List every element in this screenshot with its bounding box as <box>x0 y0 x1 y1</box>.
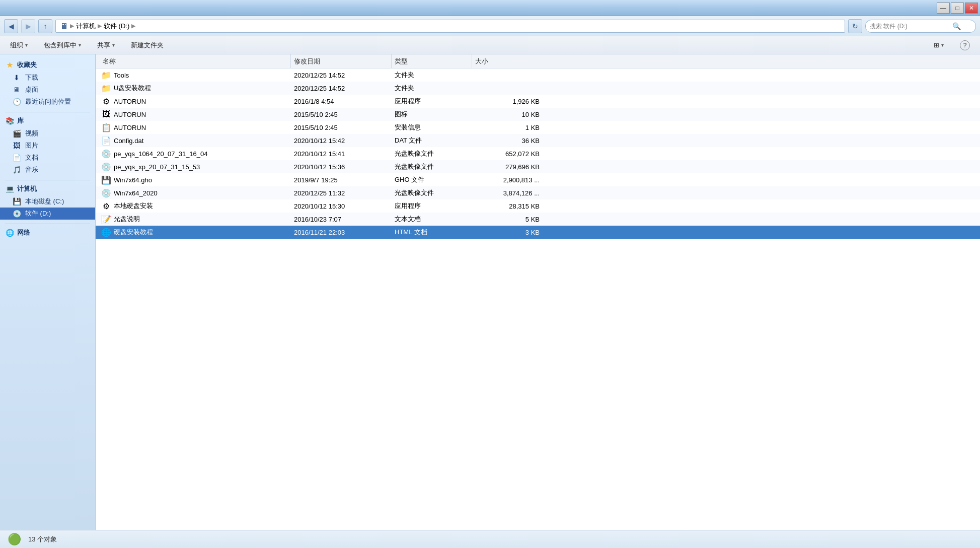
computer-label: 计算机 <box>17 184 37 193</box>
breadcrumb[interactable]: 🖥 ▶ 计算机 ▶ 软件 (D:) ▶ <box>55 20 845 33</box>
back-button[interactable]: ◀ <box>4 19 18 33</box>
file-size: 3,874,126 ... <box>472 189 543 197</box>
col-header-type[interactable]: 类型 <box>392 54 472 68</box>
file-type-icon: 🖼 <box>102 110 111 119</box>
minimize-button[interactable]: — <box>937 3 950 14</box>
file-date: 2016/11/21 22:03 <box>291 229 392 236</box>
col-header-name[interactable]: 名称 <box>100 54 291 68</box>
file-date: 2016/1/8 4:54 <box>291 98 392 105</box>
table-row[interactable]: 🌐 硬盘安装教程 2016/11/21 22:03 HTML 文档 3 KB <box>96 226 980 239</box>
main-container: ★ 收藏夹 ⬇ 下载 🖥 桌面 🕐 最近访问的位置 📚 库 <box>0 54 980 530</box>
sidebar: ★ 收藏夹 ⬇ 下载 🖥 桌面 🕐 最近访问的位置 📚 库 <box>0 54 96 530</box>
library-icon: 📚 <box>5 116 14 125</box>
sidebar-item-drive-c[interactable]: 💾 本地磁盘 (C:) <box>0 195 95 208</box>
sidebar-section-network: 🌐 网络 <box>0 226 95 239</box>
organize-button[interactable]: 组织 ▾ <box>6 39 32 52</box>
table-row[interactable]: 📋 AUTORUN 2015/5/10 2:45 安装信息 1 KB <box>96 121 980 134</box>
sidebar-section-library: 📚 库 🎬 视频 🖼 图片 📄 文档 🎵 音乐 <box>0 114 95 176</box>
col-header-size[interactable]: 大小 <box>472 54 543 68</box>
file-name-cell: 🌐 硬盘安装教程 <box>100 228 291 237</box>
file-type: 光盘映像文件 <box>392 188 472 197</box>
sidebar-item-music[interactable]: 🎵 音乐 <box>0 164 95 176</box>
sidebar-header-computer[interactable]: 💻 计算机 <box>0 182 95 195</box>
close-button[interactable]: ✕ <box>965 3 978 14</box>
drive-d-icon: 💿 <box>12 209 21 218</box>
file-type-icon: 📁 <box>102 71 111 80</box>
view-button[interactable]: ⊞ ▾ <box>930 39 948 51</box>
recent-label: 最近访问的位置 <box>25 97 71 106</box>
sidebar-divider-2 <box>5 180 90 180</box>
sidebar-item-download[interactable]: ⬇ 下载 <box>0 72 95 84</box>
sidebar-item-video[interactable]: 🎬 视频 <box>0 127 95 140</box>
table-row[interactable]: 📄 Config.dat 2020/10/12 15:42 DAT 文件 36 … <box>96 134 980 147</box>
file-type-icon: 💿 <box>102 162 111 171</box>
table-row[interactable]: 💿 pe_yqs_xp_20_07_31_15_53 2020/10/12 15… <box>96 160 980 173</box>
table-row[interactable]: 💿 Win7x64_2020 2020/12/25 11:32 光盘映像文件 3… <box>96 186 980 199</box>
sidebar-item-picture[interactable]: 🖼 图片 <box>0 140 95 152</box>
file-name-cell: 💿 Win7x64_2020 <box>100 188 291 197</box>
sidebar-header-favorites[interactable]: ★ 收藏夹 <box>0 58 95 72</box>
desktop-icon: 🖥 <box>12 85 21 94</box>
download-icon: ⬇ <box>12 73 21 82</box>
table-row[interactable]: 📝 光盘说明 2016/10/23 7:07 文本文档 5 KB <box>96 213 980 226</box>
table-row[interactable]: ⚙ AUTORUN 2016/1/8 4:54 应用程序 1,926 KB <box>96 95 980 108</box>
add-to-library-button[interactable]: 包含到库中 ▾ <box>40 39 85 52</box>
search-box[interactable]: 🔍 <box>865 20 976 33</box>
maximize-button[interactable]: □ <box>951 3 964 14</box>
sidebar-item-desktop[interactable]: 🖥 桌面 <box>0 84 95 96</box>
file-name: Win7x64.gho <box>114 176 152 184</box>
sidebar-item-recent[interactable]: 🕐 最近访问的位置 <box>0 96 95 108</box>
table-row[interactable]: 💾 Win7x64.gho 2019/9/7 19:25 GHO 文件 2,90… <box>96 173 980 186</box>
window-controls: — □ ✕ <box>937 3 978 14</box>
file-name-cell: ⚙ 本地硬盘安装 <box>100 201 291 211</box>
file-name: Tools <box>114 72 129 79</box>
new-folder-button[interactable]: 新建文件夹 <box>127 39 168 52</box>
refresh-button[interactable]: ↻ <box>848 19 862 33</box>
file-name: AUTORUN <box>114 124 146 131</box>
document-icon: 📄 <box>12 153 21 162</box>
share-dropdown-arrow: ▾ <box>112 42 115 48</box>
file-type: 文本文档 <box>392 215 472 224</box>
file-name: 硬盘安装教程 <box>114 228 153 237</box>
file-date: 2015/5/10 2:45 <box>291 111 392 118</box>
sidebar-header-network[interactable]: 🌐 网络 <box>0 226 95 239</box>
breadcrumb-drive[interactable]: 软件 (D:) <box>104 22 129 31</box>
file-type-icon: 💾 <box>102 175 111 184</box>
file-type: 光盘映像文件 <box>392 162 472 171</box>
breadcrumb-computer[interactable]: 计算机 <box>76 22 96 31</box>
table-row[interactable]: ⚙ 本地硬盘安装 2020/10/12 15:30 应用程序 28,315 KB <box>96 199 980 213</box>
computer-icon: 💻 <box>5 184 14 193</box>
forward-button[interactable]: ▶ <box>21 19 35 33</box>
sidebar-item-document[interactable]: 📄 文档 <box>0 152 95 164</box>
file-size: 652,072 KB <box>472 150 543 158</box>
share-button[interactable]: 共享 ▾ <box>93 39 119 52</box>
file-size: 5 KB <box>472 216 543 223</box>
table-row[interactable]: 📁 Tools 2020/12/25 14:52 文件夹 <box>96 68 980 82</box>
library-label: 库 <box>17 116 24 125</box>
table-row[interactable]: 🖼 AUTORUN 2015/5/10 2:45 图标 10 KB <box>96 108 980 121</box>
table-row[interactable]: 💿 pe_yqs_1064_20_07_31_16_04 2020/10/12 … <box>96 147 980 160</box>
search-input[interactable] <box>870 23 950 30</box>
table-row[interactable]: 📁 U盘安装教程 2020/12/25 14:52 文件夹 <box>96 82 980 95</box>
file-type: 图标 <box>392 110 472 119</box>
address-bar: ◀ ▶ ↑ 🖥 ▶ 计算机 ▶ 软件 (D:) ▶ ↻ 🔍 <box>0 16 980 36</box>
sidebar-divider-3 <box>5 224 90 224</box>
drive-c-label: 本地磁盘 (C:) <box>25 197 64 206</box>
file-size: 36 KB <box>472 137 543 145</box>
file-date: 2020/10/12 15:42 <box>291 137 392 145</box>
file-type-icon: 📝 <box>102 215 111 224</box>
drive-d-label: 软件 (D:) <box>25 209 51 218</box>
file-date: 2020/12/25 14:52 <box>291 85 392 92</box>
music-label: 音乐 <box>25 165 38 174</box>
sidebar-item-drive-d[interactable]: 💿 软件 (D:) <box>0 208 95 220</box>
file-type: 安装信息 <box>392 123 472 132</box>
help-button[interactable]: ? <box>956 38 974 52</box>
file-name-cell: ⚙ AUTORUN <box>100 97 291 106</box>
sidebar-header-library[interactable]: 📚 库 <box>0 114 95 127</box>
view-dropdown-arrow: ▾ <box>941 42 944 48</box>
file-date: 2016/10/23 7:07 <box>291 216 392 223</box>
file-name-cell: 💾 Win7x64.gho <box>100 175 291 184</box>
col-header-date[interactable]: 修改日期 <box>291 54 392 68</box>
file-date: 2020/10/12 15:41 <box>291 150 392 158</box>
up-button[interactable]: ↑ <box>38 19 52 33</box>
